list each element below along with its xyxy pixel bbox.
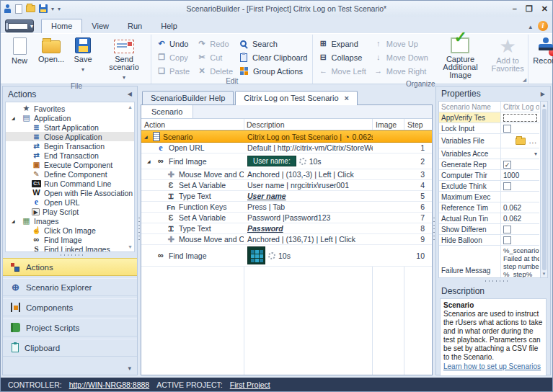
property-row-lock-input[interactable]: Lock Input (439, 123, 539, 134)
delete-button[interactable]: ✕Delete (193, 65, 236, 77)
add-to-favorites-button[interactable]: ★ Add to Favorites (489, 35, 526, 80)
folder-icon[interactable] (516, 138, 526, 145)
active-project-link[interactable]: First Project (230, 380, 270, 389)
search-button[interactable]: Search (236, 37, 311, 50)
table-row-find-image[interactable]: ∞Find Image 10s 10 (141, 245, 432, 267)
undo-button[interactable]: ↶Undo (153, 37, 193, 50)
tree-item-begin-transaction[interactable]: ⇄Begin Transaction (6, 141, 134, 151)
group-actions-button[interactable]: Group Actions (236, 65, 311, 77)
right-splitter[interactable] (433, 86, 435, 375)
dropdown-icon[interactable]: ▾ (534, 151, 537, 157)
nav-scenario-explorer-button[interactable]: ⊕Scenario Explorer (3, 278, 137, 296)
learn-scenarios-link[interactable]: Learn how to set up Scenarios (443, 362, 541, 371)
move-left-button[interactable]: ←Move Left (314, 65, 369, 77)
tree-item-click-on-image[interactable]: ☝Click On Image (6, 226, 134, 235)
tab-citrix-scenario[interactable]: Citrix Log on Test Scenario × (235, 91, 358, 105)
property-grid-scrollbar[interactable]: ▲ ▼ (540, 102, 547, 277)
tree-item-find-image[interactable]: ∞Find Image (6, 235, 134, 244)
restore-button[interactable]: ❐ (526, 4, 533, 14)
show-difference-checkbox[interactable] (503, 226, 511, 233)
move-up-button[interactable]: ↑Move Up (370, 37, 432, 50)
property-row-reference-time[interactable]: Reference Tim 0.062 (439, 202, 539, 213)
table-row-mouse-move-click[interactable]: ✚Mouse Move and Click Anchored | (103,-3… (141, 169, 432, 180)
property-row-actual-run-time[interactable]: Actual Run Tin 0.062 (439, 213, 539, 224)
expand-panel-icon[interactable]: ▶ (541, 91, 545, 97)
tree-item-open-with-file-association[interactable]: WOpen with File Association (6, 188, 134, 197)
send-scenario-button[interactable]: Send scenario ▾ (99, 35, 149, 82)
nav-project-scripts-button[interactable]: Project Scripts (3, 318, 137, 337)
tree-item-start-application[interactable]: ≣Start Application (6, 122, 134, 132)
organize-dialog-launcher-icon[interactable]: ◢ (523, 77, 526, 83)
move-right-button[interactable]: →Move Right (370, 65, 432, 77)
tree-item-open-url[interactable]: eOpen URL (6, 197, 134, 207)
open-button[interactable]: Open... (35, 35, 67, 82)
open-folder-icon[interactable] (26, 5, 35, 12)
close-button[interactable]: ✕ (541, 4, 548, 14)
expand-button[interactable]: ⊞Expand (314, 37, 369, 50)
new-document-icon[interactable] (15, 4, 22, 14)
tab-view[interactable]: View (82, 19, 118, 33)
property-row-variables-access[interactable]: Variables Acce ▾ (439, 148, 539, 159)
nav-components-button[interactable]: Components (3, 298, 137, 316)
property-row-show-difference[interactable]: Show Differen (439, 224, 539, 235)
property-row-hide-balloon[interactable]: Hide Balloon (439, 235, 539, 246)
save-button[interactable]: Save ▾ (67, 35, 99, 82)
tree-item-execute-component[interactable]: ▣Execute Component (6, 160, 134, 169)
tree-item-application[interactable]: ◢▤Application (6, 113, 134, 122)
tab-home[interactable]: Home (41, 19, 82, 33)
browse-button[interactable]: ... (529, 137, 537, 145)
minimize-button[interactable]: – (513, 4, 517, 14)
save-icon[interactable] (39, 4, 48, 13)
controller-url-link[interactable]: http://WIN-NRG88:8888 (69, 380, 149, 389)
exclude-think-checkbox[interactable] (503, 182, 511, 190)
tree-item-find-linked-images[interactable]: SFind Linked Images (6, 244, 134, 252)
collapse-ribbon-icon[interactable]: ▴ (528, 23, 532, 30)
scroll-down-icon[interactable]: ▼ (542, 272, 547, 276)
tab-run[interactable]: Run (118, 19, 151, 33)
tab-help[interactable]: Help (151, 19, 187, 33)
tree-item-define-component[interactable]: ✎Define Component (6, 169, 134, 179)
record-button[interactable]: Record (530, 35, 553, 76)
clear-clipboard-button[interactable]: Clear Clipboard (236, 51, 311, 63)
nav-actions-button[interactable]: Actions (3, 258, 137, 276)
help-icon[interactable]: i (538, 21, 548, 31)
lock-input-checkbox[interactable] (503, 125, 511, 133)
table-row-scenario[interactable]: ◢Scenario Citrix Log on Test Scenario |◔… (141, 130, 432, 143)
table-row-type-text[interactable]: ꞮType Text User name 5 (141, 191, 432, 202)
table-row-type-text[interactable]: ꞮType Text Password 8 (141, 223, 432, 234)
send-dropdown-icon[interactable]: ▾ (123, 74, 125, 81)
hide-balloon-checkbox[interactable] (503, 236, 511, 244)
property-row-generate-report[interactable]: Generate Rep ✓ (439, 159, 539, 170)
expander-icon[interactable]: ◢ (147, 159, 151, 164)
tree-item-close-application[interactable]: ≣Close Application (6, 132, 134, 141)
scroll-thumb[interactable] (542, 109, 547, 270)
table-row-find-image[interactable]: ◢∞Find Image User name:10s 2 (141, 153, 432, 169)
close-tab-icon[interactable]: × (345, 94, 349, 102)
col-step[interactable]: Step (404, 119, 432, 130)
save-dropdown-icon[interactable]: ▾ (51, 6, 54, 12)
copy-button[interactable]: ❐Copy (153, 51, 193, 63)
table-row-open-url[interactable]: eOpen URL Default | http://citrix-vm/Cit… (141, 143, 432, 153)
tree-item-end-transaction[interactable]: ⇄End Transaction (6, 151, 134, 160)
redo-button[interactable]: ↷Redo (193, 37, 236, 50)
panel-splitter[interactable] (3, 252, 137, 258)
pin-panel-icon[interactable]: ◀ (128, 91, 132, 97)
property-row-variables-file[interactable]: Variables File ... (439, 134, 539, 148)
nav-overflow-icon[interactable]: ▾ (3, 365, 137, 375)
col-description[interactable]: Description (244, 119, 373, 130)
table-row-function-keys[interactable]: FnFunction Keys Press | Tab 6 (141, 202, 432, 213)
property-row-maximum-execution[interactable]: Maximum Exec (439, 192, 539, 202)
tree-item-play-script[interactable]: ▶Play Script (6, 207, 134, 216)
expander-icon[interactable]: ◢ (12, 115, 15, 120)
tree-scroll-down-icon[interactable]: ▼ (128, 244, 133, 249)
generate-report-checkbox[interactable]: ✓ (503, 161, 511, 169)
property-row-scenario-name[interactable]: Scenario Name Citrix Log on ... (439, 102, 539, 112)
col-action[interactable]: Action (141, 119, 244, 130)
nav-clipboard-button[interactable]: Clipboard (3, 339, 137, 357)
move-down-button[interactable]: ↓Move Down (370, 51, 432, 63)
tree-scroll-up-icon[interactable]: ▲ (128, 104, 133, 110)
property-row-computer-think[interactable]: Computer Thir 1000 (439, 170, 539, 181)
property-row-failure-message[interactable]: Failure Messag %_scenario% Failed at the… (439, 246, 539, 278)
tree-item-images[interactable]: ◢▦Images (6, 216, 134, 226)
paste-button[interactable]: ❏Paste (153, 65, 193, 77)
